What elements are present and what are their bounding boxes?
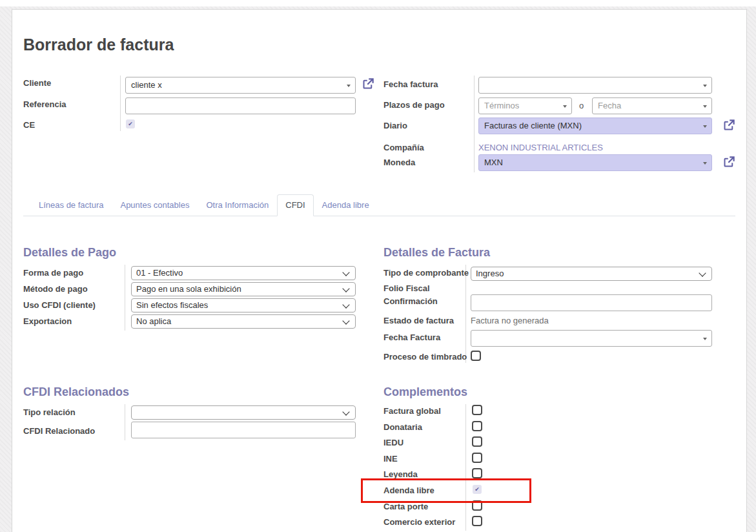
- cfdi-relacionado-label: CFDI Relacionado: [23, 426, 95, 436]
- tab-adenda-libre[interactable]: Adenda libre: [314, 194, 378, 216]
- moneda-label: Moneda: [383, 158, 415, 167]
- ine-checkbox[interactable]: [472, 453, 482, 463]
- confirmacion-label: Confirmación: [383, 296, 438, 306]
- ce-label: CE: [23, 120, 35, 130]
- referencia-input[interactable]: [125, 97, 356, 114]
- referencia-label: Referencia: [23, 99, 66, 109]
- cliente-field[interactable]: cliente x: [125, 77, 356, 94]
- tab-cfdi[interactable]: CFDI: [277, 194, 313, 216]
- select-chevron-icon: [342, 317, 349, 324]
- detalles-factura-title: Detalles de Factura: [383, 246, 490, 260]
- fecha-factura-cfdi-label: Fecha Factura: [383, 332, 440, 342]
- uso-cfdi-label: Uso CFDI (cliente): [23, 300, 96, 310]
- ce-checkbox: [126, 119, 135, 128]
- metodo-pago-value: Pago en una sola exhibición: [136, 284, 241, 294]
- factura-global-checkbox[interactable]: [472, 405, 482, 415]
- compania-label: Compañía: [383, 143, 424, 152]
- comercio-exterior-label: Comercio exterior: [383, 517, 455, 527]
- uso-cfdi-select[interactable]: Sin efectos fiscales: [131, 298, 356, 312]
- proceso-timbrado-label: Proceso de timbrado: [383, 352, 467, 362]
- fecha-factura-label: Fecha factura: [383, 79, 438, 89]
- confirmacion-input[interactable]: [471, 294, 712, 311]
- cliente-label: Cliente: [23, 78, 51, 88]
- comercio-exterior-checkbox[interactable]: [472, 516, 482, 526]
- select-chevron-icon: [342, 285, 349, 292]
- dropdown-caret-icon: [703, 105, 707, 108]
- diario-external-link-icon[interactable]: [722, 119, 735, 132]
- moneda-value: MXN: [484, 158, 503, 167]
- adenda-libre-checkbox: [473, 485, 482, 494]
- notebook-tab-bar: Líneas de factura Apuntes contables Otra…: [23, 194, 735, 216]
- folio-fiscal-label: Folio Fiscal: [383, 283, 430, 293]
- diario-field[interactable]: Facturas de cliente (MXN): [478, 118, 712, 134]
- dropdown-caret-icon: [703, 338, 707, 340]
- plazos-or-text: o: [579, 101, 584, 110]
- iedu-label: IEDU: [383, 438, 404, 447]
- cliente-value: cliente x: [131, 80, 162, 90]
- cfdi-relacionado-input[interactable]: [131, 422, 356, 438]
- tab-apuntes-contables[interactable]: Apuntes contables: [112, 194, 198, 216]
- select-chevron-icon: [699, 269, 706, 276]
- adenda-libre-label: Adenda libre: [383, 486, 434, 495]
- uso-cfdi-value: Sin efectos fiscales: [136, 300, 208, 310]
- moneda-external-link-icon[interactable]: [722, 156, 735, 169]
- tipo-comprobante-value: Ingreso: [476, 269, 504, 278]
- tab-otra-informacion[interactable]: Otra Información: [198, 194, 277, 216]
- plazos-fecha-field[interactable]: Fecha: [592, 97, 712, 114]
- fecha-factura-field[interactable]: [478, 77, 712, 94]
- moneda-field[interactable]: MXN: [478, 154, 712, 171]
- diario-value: Facturas de cliente (MXN): [484, 121, 582, 130]
- label-separator-line: [465, 265, 466, 363]
- select-chevron-icon: [342, 408, 349, 415]
- forma-pago-label: Forma de pago: [23, 268, 83, 278]
- plazos-terminos-field[interactable]: Términos: [478, 97, 572, 114]
- fecha-factura-cfdi-field[interactable]: [471, 330, 712, 347]
- exportacion-label: Exportacion: [23, 316, 72, 326]
- tipo-comprobante-label: Tipo de comprobante: [383, 268, 469, 278]
- cliente-external-link-icon[interactable]: [362, 77, 374, 90]
- forma-pago-select[interactable]: 01 - Efectivo: [131, 266, 356, 280]
- select-chevron-icon: [342, 301, 349, 308]
- donataria-label: Donataria: [383, 422, 422, 432]
- metodo-pago-label: Método de pago: [23, 284, 88, 294]
- iedu-checkbox[interactable]: [472, 436, 482, 447]
- tipo-relacion-label: Tipo relación: [23, 407, 76, 417]
- detalles-pago-title: Detalles de Pago: [23, 246, 116, 260]
- carta-porte-checkbox[interactable]: [472, 500, 482, 511]
- forma-pago-value: 01 - Efectivo: [136, 268, 183, 278]
- plazos-fecha-placeholder: Fecha: [598, 101, 621, 110]
- tipo-relacion-select[interactable]: [131, 405, 356, 420]
- tipo-comprobante-select[interactable]: Ingreso: [471, 267, 712, 281]
- leyenda-label: Leyenda: [383, 469, 418, 479]
- exportacion-value: No aplica: [136, 316, 171, 326]
- tab-lineas-de-factura[interactable]: Líneas de factura: [30, 194, 112, 216]
- label-separator-line: [474, 76, 475, 172]
- cfdi-relacionados-title: CFDI Relacionados: [23, 385, 129, 399]
- carta-porte-label: Carta porte: [383, 502, 428, 511]
- complementos-title: Complementos: [383, 385, 467, 399]
- plazos-terminos-placeholder: Términos: [484, 101, 519, 110]
- dropdown-caret-icon: [703, 125, 707, 128]
- label-separator-line: [125, 265, 125, 331]
- leyenda-checkbox[interactable]: [472, 468, 482, 478]
- factura-global-label: Factura global: [383, 406, 441, 416]
- page-title: Borrador de factura: [23, 36, 174, 54]
- donataria-checkbox[interactable]: [472, 421, 482, 431]
- metodo-pago-select[interactable]: Pago en una sola exhibición: [131, 282, 356, 296]
- exportacion-select[interactable]: No aplica: [131, 314, 356, 329]
- estado-factura-value: Factura no generada: [471, 316, 549, 325]
- label-separator-line: [465, 404, 466, 531]
- plazos-label: Plazos de pago: [383, 100, 445, 110]
- compania-value-link[interactable]: XENON INDUSTRIAL ARTICLES: [478, 143, 603, 152]
- invoice-form-sheet: Borrador de factura Cliente cliente x Re…: [12, 9, 747, 532]
- dropdown-caret-icon: [703, 85, 707, 87]
- label-separator-line: [125, 404, 125, 440]
- ine-label: INE: [383, 454, 398, 464]
- select-chevron-icon: [342, 269, 349, 276]
- dropdown-caret-icon: [347, 85, 351, 87]
- label-separator-line: [120, 76, 121, 131]
- proceso-timbrado-checkbox[interactable]: [471, 351, 481, 361]
- estado-factura-label: Estado de factura: [383, 316, 454, 325]
- diario-label: Diario: [383, 121, 407, 130]
- dropdown-caret-icon: [563, 105, 567, 108]
